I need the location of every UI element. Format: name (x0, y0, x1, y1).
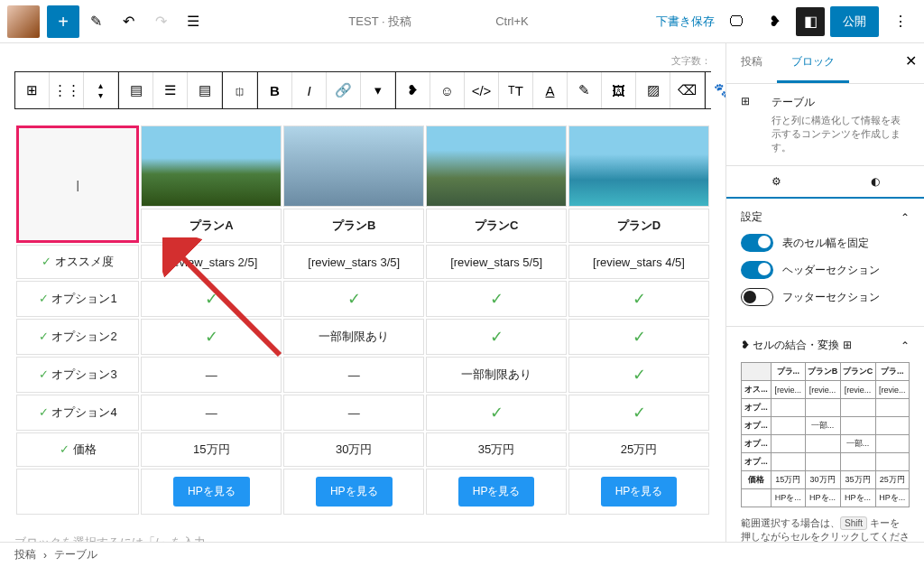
move-icon[interactable]: ▴▾ (84, 72, 118, 108)
block-info: ⊞ テーブル 行と列に構造化して情報を表示するコンテンツを作成します。 (726, 84, 924, 166)
fixed-width-toggle[interactable] (741, 234, 773, 252)
cell[interactable]: ✓ (426, 281, 567, 317)
settings-toggle[interactable]: ◧ (796, 7, 825, 36)
settings-section: 設定 ⌃ 表のセル幅を固定 ヘッダーセクション フッターセクション (726, 199, 924, 327)
plan-c-image[interactable] (426, 125, 567, 207)
publish-button[interactable]: 公開 (830, 6, 879, 37)
plan-header[interactable]: プランB (283, 209, 424, 243)
cell[interactable]: 25万円 (568, 432, 709, 467)
cell[interactable]: ✓ (568, 395, 709, 431)
cell[interactable]: HPを見る (141, 469, 282, 515)
hp-button[interactable]: HPを見る (316, 477, 393, 507)
selected-empty-cell[interactable] (16, 125, 139, 243)
tab-post[interactable]: 投稿 (726, 43, 777, 83)
styles-tab-icon[interactable]: ◐ (871, 175, 880, 188)
dropdown-icon[interactable]: ▾ (361, 72, 395, 108)
row-label[interactable]: オススメ度 (16, 245, 139, 279)
cell[interactable]: — (141, 395, 282, 431)
table-icon[interactable]: ⊞ (15, 72, 50, 108)
swell-icon[interactable]: ❥ (396, 72, 430, 108)
plan-header[interactable]: プランC (426, 209, 567, 243)
hp-button[interactable]: HPを見る (601, 477, 678, 507)
tab-block[interactable]: ブロック (777, 43, 849, 83)
redo-icon[interactable]: ↷ (144, 5, 177, 38)
cell[interactable]: ✓ (568, 281, 709, 317)
bg-icon[interactable]: ▨ (636, 72, 670, 108)
close-panel-icon[interactable]: ✕ (905, 52, 917, 70)
hp-button[interactable]: HPを見る (173, 477, 250, 507)
save-draft-button[interactable]: 下書き保存 (656, 14, 715, 30)
settings-tab-icon[interactable]: ⚙ (772, 175, 781, 188)
cell[interactable]: [review_stars 5/5] (426, 245, 567, 279)
comparison-table[interactable]: プランA プランB プランC プランD オススメ度 [review_stars … (14, 124, 711, 516)
cell[interactable]: 30万円 (283, 432, 424, 467)
hp-button[interactable]: HPを見る (458, 477, 535, 507)
cell[interactable]: ✓ (426, 395, 567, 431)
cell[interactable]: [review_stars 2/5] (141, 245, 282, 279)
plan-header[interactable]: プランA (141, 209, 282, 243)
cell[interactable]: ✓ (141, 281, 282, 317)
cell[interactable]: 一部制限あり (283, 319, 424, 355)
cell[interactable]: HPを見る (426, 469, 567, 515)
link-icon[interactable]: 🔗 (327, 72, 361, 108)
cell[interactable]: 一部制限あり (426, 357, 567, 393)
cell[interactable]: — (141, 357, 282, 393)
plan-header[interactable]: プランD (568, 209, 709, 243)
add-block-button[interactable]: + (47, 5, 79, 38)
jetpack-icon[interactable]: ❥ (758, 5, 790, 38)
italic-icon[interactable]: I (292, 72, 327, 108)
sidebar-tabs: 投稿 ブロック ✕ (726, 43, 924, 84)
cell[interactable]: ✓ (141, 319, 282, 355)
align-center-icon[interactable]: ☰ (153, 72, 188, 108)
cell[interactable]: ✓ (283, 281, 424, 317)
emoji-icon[interactable]: ☺ (430, 72, 465, 108)
clear-icon[interactable]: ⌫ (670, 72, 705, 108)
cell[interactable]: — (283, 395, 424, 431)
check-icon: ✓ (633, 404, 646, 422)
cell[interactable]: 35万円 (426, 432, 567, 467)
undo-icon[interactable]: ↶ (112, 5, 144, 38)
cell[interactable]: 15万円 (141, 432, 282, 467)
text-color-icon[interactable]: A (533, 72, 568, 108)
paw-icon[interactable]: 🐾 (706, 72, 725, 108)
align-right-icon[interactable]: ▤ (188, 72, 222, 108)
toggle-label: ヘッダーセクション (782, 263, 880, 278)
breadcrumb-block[interactable]: テーブル (54, 547, 97, 562)
breadcrumb-post[interactable]: 投稿 (14, 547, 36, 562)
image-icon[interactable]: 🖼 (602, 72, 636, 108)
plan-a-image[interactable] (141, 125, 282, 207)
cell[interactable] (16, 469, 139, 515)
row-label[interactable]: オプション3 (16, 357, 139, 393)
more-options-icon[interactable]: ⋮ (884, 5, 917, 38)
plan-d-image[interactable] (568, 125, 709, 207)
font-size-icon[interactable]: TT (499, 72, 533, 108)
highlight-icon[interactable]: ✎ (568, 72, 602, 108)
edit-icon[interactable]: ✎ (79, 5, 112, 38)
plan-b-image[interactable] (283, 125, 424, 207)
bold-icon[interactable]: B (258, 72, 292, 108)
row-label[interactable]: オプション1 (16, 281, 139, 317)
code-icon[interactable]: </> (465, 72, 499, 108)
cell[interactable]: ✓ (568, 319, 709, 355)
cell[interactable]: [review_stars 4/5] (568, 245, 709, 279)
block-description: 行と列に構造化して情報を表示するコンテンツを作成します。 (772, 114, 910, 154)
header-section-toggle[interactable] (741, 261, 773, 279)
footer-section-toggle[interactable] (741, 288, 773, 306)
preview-icon[interactable]: 🖵 (720, 5, 753, 38)
drag-handle-icon[interactable]: ⋮⋮ (50, 72, 84, 108)
cell[interactable]: HPを見る (283, 469, 424, 515)
row-label[interactable]: 価格 (16, 432, 139, 467)
cell[interactable]: ✓ (426, 319, 567, 355)
outline-icon[interactable]: ☰ (177, 5, 209, 38)
avatar[interactable] (7, 5, 40, 38)
cell[interactable]: [review_stars 3/5] (283, 245, 424, 279)
cell[interactable]: ✓ (568, 357, 709, 393)
block-placeholder[interactable]: ブロックを選択するには「/」を入力 (14, 534, 711, 542)
row-label[interactable]: オプション2 (16, 319, 139, 355)
align-left-icon[interactable]: ▤ (119, 72, 153, 108)
cell[interactable]: — (283, 357, 424, 393)
cell[interactable]: HPを見る (568, 469, 709, 515)
row-label[interactable]: オプション4 (16, 395, 139, 431)
mini-table-preview[interactable]: プラ...プランBプランCプラ... オス...[revie...[revie.… (741, 362, 910, 507)
column-icon[interactable]: ⎅ (223, 72, 257, 108)
